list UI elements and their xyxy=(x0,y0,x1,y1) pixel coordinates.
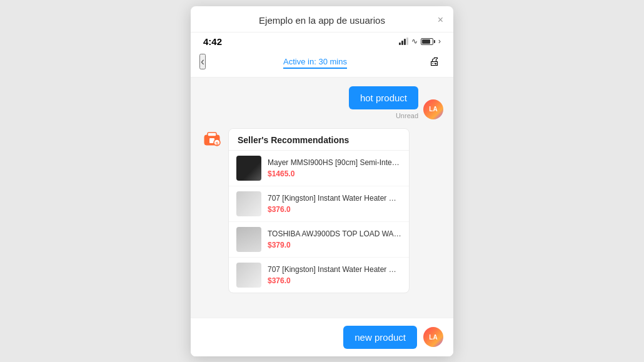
battery-icon xyxy=(421,38,435,45)
rec-thumb-3 xyxy=(236,263,261,288)
unread-label: Unread xyxy=(396,112,418,119)
printer-icon: 🖨 xyxy=(429,55,440,68)
svg-text:S: S xyxy=(216,141,219,146)
footer-avatar-image: LA xyxy=(423,327,443,347)
rec-name-3: 707 [Kingston] Instant Water Heater with… xyxy=(268,264,401,275)
avatar-image: LA xyxy=(423,99,443,119)
charge-icon: › xyxy=(438,37,441,46)
user-avatar: LA xyxy=(423,99,443,119)
seller-avatar-icon: S xyxy=(201,128,223,151)
modal-title: Ejemplo en la app de usuarios xyxy=(259,15,385,26)
rec-name-0: Mayer MMSI900HS [90cm] Semi-Integrated S… xyxy=(268,158,401,168)
chat-body: hot product Unread LA S Seller's Recomme… xyxy=(191,78,453,318)
printer-button[interactable]: 🖨 xyxy=(425,52,445,72)
status-icons: ∿ › xyxy=(399,37,441,46)
wifi-icon: ∿ xyxy=(411,37,418,46)
back-button[interactable]: ‹ xyxy=(199,54,206,69)
active-status-text: Active in: 30 mins xyxy=(283,57,347,69)
status-time: 4:42 xyxy=(203,36,222,47)
rec-item-1[interactable]: 707 [Kingston] Instant Water Heater with… xyxy=(229,186,409,222)
rec-info-2: TOSHIBA AWJ900DS TOP LOAD WASHER (8KG)$3… xyxy=(268,229,401,249)
rec-price-0: $1465.0 xyxy=(268,169,401,178)
seller-recommendations-message: S Seller's Recommendations Mayer MMSI900… xyxy=(201,128,443,293)
rec-price-1: $376.0 xyxy=(268,205,401,214)
hot-product-message: hot product Unread LA xyxy=(201,86,443,119)
chat-header: ‹ Active in: 30 mins 🖨 xyxy=(191,48,453,78)
rec-header: Seller's Recommendations xyxy=(229,129,409,151)
rec-price-2: $379.0 xyxy=(268,241,401,249)
hot-product-button[interactable]: hot product xyxy=(349,86,418,109)
rec-name-2: TOSHIBA AWJ900DS TOP LOAD WASHER (8KG) xyxy=(268,229,401,239)
footer-user-avatar: LA xyxy=(423,327,443,347)
new-product-button[interactable]: new product xyxy=(343,326,417,349)
rec-price-3: $376.0 xyxy=(268,276,401,285)
recommendations-card: Seller's Recommendations Mayer MMSI900HS… xyxy=(228,128,410,293)
rec-thumb-1 xyxy=(236,191,261,216)
rec-info-1: 707 [Kingston] Instant Water Heater with… xyxy=(268,193,401,214)
chat-input-bar: new product LA xyxy=(191,318,453,356)
rec-info-0: Mayer MMSI900HS [90cm] Semi-Integrated S… xyxy=(268,158,401,178)
phone-status-bar: 4:42 ∿ › xyxy=(191,33,453,48)
rec-thumb-0 xyxy=(236,156,261,181)
rec-name-1: 707 [Kingston] Instant Water Heater with… xyxy=(268,193,401,204)
rec-list: Mayer MMSI900HS [90cm] Semi-Integrated S… xyxy=(229,151,409,293)
rec-info-3: 707 [Kingston] Instant Water Heater with… xyxy=(268,264,401,285)
close-button[interactable]: × xyxy=(438,15,443,25)
rec-item-0[interactable]: Mayer MMSI900HS [90cm] Semi-Integrated S… xyxy=(229,151,409,186)
modal-title-bar: Ejemplo en la app de usuarios × xyxy=(191,6,453,33)
svg-rect-1 xyxy=(208,133,216,136)
rec-item-3[interactable]: 707 [Kingston] Instant Water Heater with… xyxy=(229,258,409,293)
active-status: Active in: 30 mins xyxy=(212,57,418,66)
rec-thumb-2 xyxy=(236,227,261,252)
rec-item-2[interactable]: TOSHIBA AWJ900DS TOP LOAD WASHER (8KG)$3… xyxy=(229,222,409,258)
signal-icon xyxy=(399,38,408,45)
modal-container: Ejemplo en la app de usuarios × 4:42 ∿ ›… xyxy=(191,6,453,356)
